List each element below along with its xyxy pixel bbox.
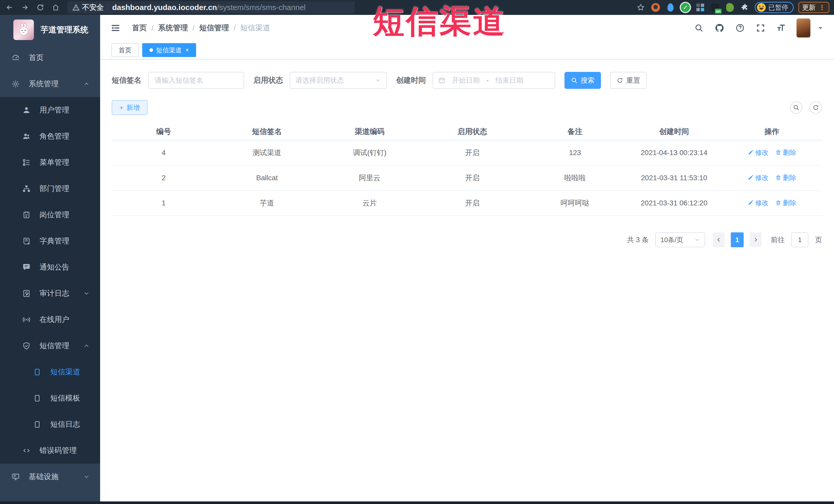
sidebar-item-label: 首页 bbox=[29, 52, 44, 63]
sidebar-item-短信管理[interactable]: 短信管理 bbox=[0, 333, 100, 359]
role-icon bbox=[22, 132, 31, 141]
sidebar-item-label: 字典管理 bbox=[40, 236, 69, 246]
extensions-puzzle-icon[interactable] bbox=[740, 2, 750, 13]
github-icon[interactable] bbox=[715, 23, 725, 33]
font-size-icon[interactable] bbox=[776, 23, 786, 33]
sidebar-item-label: 短信管理 bbox=[40, 341, 69, 351]
edit-link[interactable]: 修改 bbox=[747, 198, 769, 207]
sidebar-item-label: 短信渠道 bbox=[50, 367, 80, 377]
sidebar-item-首页[interactable]: 首页 bbox=[0, 45, 100, 71]
sidebar-item-部门管理[interactable]: 部门管理 bbox=[0, 176, 100, 202]
status-filter-select[interactable]: 请选择启用状态 bbox=[290, 72, 387, 89]
user-avatar[interactable] bbox=[796, 19, 810, 38]
delete-link[interactable]: 删除 bbox=[775, 198, 796, 207]
extension-drop-icon[interactable] bbox=[665, 2, 676, 13]
phone-icon bbox=[33, 420, 42, 429]
search-button-label: 搜索 bbox=[580, 76, 594, 85]
cell-status: 开启 bbox=[421, 165, 524, 191]
fullscreen-icon[interactable] bbox=[755, 23, 766, 33]
add-button[interactable]: + 新增 bbox=[112, 100, 148, 115]
edit-link[interactable]: 修改 bbox=[747, 173, 769, 182]
bookmark-star-icon[interactable] bbox=[636, 2, 646, 13]
cell-sign: 芋道 bbox=[216, 191, 318, 216]
sidebar-item-系统管理[interactable]: 系统管理 bbox=[0, 71, 100, 97]
sidebar-item-基础设施[interactable]: 基础设施 bbox=[0, 464, 100, 490]
chevron-up-icon bbox=[83, 343, 90, 349]
sidebar-item-通知公告[interactable]: 通知公告 bbox=[0, 254, 100, 280]
page-size-select[interactable]: 10条/页 bbox=[655, 232, 705, 247]
dept-icon bbox=[22, 184, 31, 193]
browser-reload-icon[interactable] bbox=[35, 2, 46, 13]
cell-operations: 修改删除 bbox=[722, 140, 822, 165]
edit-icon bbox=[747, 200, 754, 206]
extension-on-badge-icon[interactable]: on bbox=[710, 2, 720, 13]
goto-page-input[interactable] bbox=[791, 232, 808, 247]
not-secure-warning-icon[interactable] bbox=[72, 4, 80, 11]
edit-icon bbox=[747, 175, 754, 181]
breadcrumb-item-系统管理[interactable]: 系统管理 bbox=[158, 23, 188, 33]
browser-home-icon[interactable] bbox=[50, 2, 62, 13]
tab-短信渠道[interactable]: 短信渠道× bbox=[142, 43, 196, 57]
sidebar-item-审计日志[interactable]: 审计日志 bbox=[0, 280, 100, 307]
phone-icon bbox=[33, 368, 42, 376]
refresh-table-button[interactable] bbox=[810, 102, 822, 114]
tab-首页[interactable]: 首页 bbox=[111, 43, 139, 57]
sign-filter-input[interactable] bbox=[148, 72, 244, 89]
avatar-caret-down-icon[interactable] bbox=[817, 25, 824, 31]
paused-extension-badge[interactable]: 已暂停 bbox=[755, 2, 794, 13]
page-number-button[interactable]: 1 bbox=[731, 232, 744, 247]
cell-status: 开启 bbox=[421, 191, 524, 216]
sidebar-item-短信渠道[interactable]: 短信渠道 bbox=[0, 359, 100, 385]
sidebar-item-label: 短信日志 bbox=[50, 419, 80, 430]
prev-page-button[interactable] bbox=[713, 232, 725, 247]
table-row: 2Ballcat阿里云开启啦啦啦2021-03-31 11:53:10修改删除 bbox=[112, 165, 822, 191]
app-logo-row[interactable]: 芋道管理系统 bbox=[0, 15, 100, 45]
column-header-创建时间: 创建时间 bbox=[626, 123, 722, 140]
header-search-icon[interactable] bbox=[694, 23, 704, 33]
next-page-button[interactable] bbox=[750, 232, 762, 247]
delete-link[interactable]: 删除 bbox=[775, 148, 796, 157]
sidebar-item-短信日志[interactable]: 短信日志 bbox=[0, 411, 100, 438]
browser-forward-icon[interactable] bbox=[19, 2, 31, 13]
delete-icon bbox=[775, 149, 782, 156]
extension-plant-icon[interactable] bbox=[725, 2, 735, 13]
app-logo-rabbit-icon bbox=[13, 20, 34, 40]
extension-grid-icon[interactable] bbox=[695, 2, 705, 13]
plus-icon: + bbox=[119, 104, 123, 112]
sidebar-item-角色管理[interactable]: 角色管理 bbox=[0, 123, 100, 149]
edit-link[interactable]: 修改 bbox=[747, 148, 769, 157]
sidebar-item-在线用户[interactable]: 在线用户 bbox=[0, 307, 100, 333]
extension-check-icon[interactable]: ✓ bbox=[680, 2, 690, 13]
date-range-picker[interactable]: 开始日期 - 结束日期 bbox=[433, 72, 555, 89]
tab-close-icon[interactable]: × bbox=[185, 46, 189, 54]
cell-remark: 呵呵呵哒 bbox=[524, 191, 626, 216]
search-button[interactable]: 搜索 bbox=[565, 72, 601, 89]
breadcrumb-separator: / bbox=[193, 24, 195, 32]
help-question-icon[interactable] bbox=[735, 23, 745, 33]
annotation-overlay-text: 短信渠道 bbox=[373, 1, 506, 43]
address-bar[interactable]: 不安全 dashboard.yudao.iocoder.cn /system/s… bbox=[67, 1, 355, 14]
reset-button[interactable]: 重置 bbox=[610, 72, 646, 89]
sidebar-item-用户管理[interactable]: 用户管理 bbox=[0, 97, 100, 123]
breadcrumb: 首页/系统管理/短信管理/短信渠道 bbox=[132, 23, 270, 33]
goto-label: 前往 bbox=[771, 235, 785, 244]
browser-update-button[interactable]: 更新 ⋮ bbox=[798, 2, 829, 13]
sidebar-collapse-icon[interactable] bbox=[110, 23, 120, 33]
sidebar-item-字典管理[interactable]: 字典管理 bbox=[0, 228, 100, 254]
browser-back-icon[interactable] bbox=[4, 2, 16, 13]
breadcrumb-item-短信管理[interactable]: 短信管理 bbox=[199, 23, 229, 33]
toggle-search-button[interactable] bbox=[790, 102, 803, 114]
extension-ublock-icon[interactable] bbox=[651, 2, 661, 13]
cell-id: 1 bbox=[112, 191, 216, 216]
active-tab-dot bbox=[149, 48, 153, 52]
phone-icon bbox=[33, 394, 42, 402]
sidebar-item-岗位管理[interactable]: 岗位管理 bbox=[0, 202, 100, 228]
breadcrumb-item-首页[interactable]: 首页 bbox=[132, 23, 147, 33]
sidebar-item-短信模板[interactable]: 短信模板 bbox=[0, 385, 100, 411]
status-select-placeholder: 请选择启用状态 bbox=[295, 76, 344, 85]
update-menu-icon[interactable]: ⋮ bbox=[818, 4, 826, 12]
delete-link[interactable]: 删除 bbox=[775, 173, 796, 182]
sidebar-item-错误码管理[interactable]: 错误码管理 bbox=[0, 438, 100, 464]
cell-sign: 测试渠道 bbox=[216, 140, 318, 165]
sidebar-item-菜单管理[interactable]: 菜单管理 bbox=[0, 149, 100, 176]
